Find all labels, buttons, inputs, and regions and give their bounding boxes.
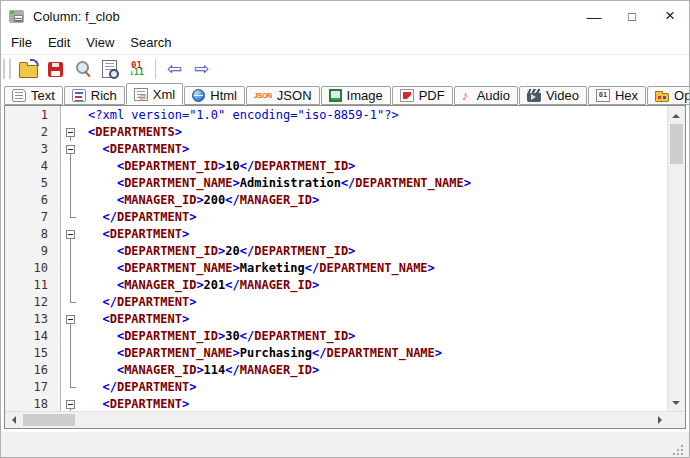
minimize-button[interactable]: — bbox=[575, 1, 613, 31]
save-button[interactable] bbox=[43, 57, 68, 81]
code-line[interactable]: <DEPARTMENT_NAME>Marketing</DEPARTMENT_N… bbox=[88, 260, 667, 277]
code-line[interactable]: <DEPARTMENT> bbox=[88, 396, 667, 411]
line-number: 18 bbox=[5, 396, 60, 411]
menu-file[interactable]: File bbox=[3, 33, 40, 52]
xml-bracket: < bbox=[88, 142, 110, 156]
tab-image[interactable]: Image bbox=[321, 86, 391, 105]
music-note-icon: ♪ bbox=[462, 89, 472, 102]
close-button[interactable]: × bbox=[651, 1, 689, 31]
film-clapper-icon bbox=[527, 89, 541, 102]
xml-bracket: < bbox=[88, 363, 124, 377]
code-line[interactable]: <DEPARTMENT_ID>20</DEPARTMENT_ID> bbox=[88, 243, 667, 260]
tab-text[interactable]: Text bbox=[4, 86, 63, 105]
xml-bracket: > bbox=[182, 312, 189, 326]
menu-edit[interactable]: Edit bbox=[40, 33, 78, 52]
window-controls: — □ × bbox=[575, 1, 689, 31]
code-line[interactable]: <DEPARTMENT_ID>30</DEPARTMENT_ID> bbox=[88, 328, 667, 345]
code-area[interactable]: <?xml version="1.0" encoding="iso-8859-1… bbox=[82, 106, 667, 411]
xml-bracket: </ bbox=[240, 159, 254, 173]
xml-tag-name: DEPARTMENT bbox=[110, 227, 182, 241]
code-line[interactable]: <?xml version="1.0" encoding="iso-8859-1… bbox=[88, 107, 667, 124]
folder-apps-icon bbox=[655, 93, 669, 102]
xml-tag-name: DEPARTMENTS bbox=[95, 125, 174, 139]
xml-bracket: > bbox=[233, 176, 240, 190]
goto-position-button[interactable]: 01↓11 bbox=[124, 57, 149, 81]
vertical-scrollbar[interactable] bbox=[667, 106, 685, 411]
fold-collapse-toggle[interactable] bbox=[61, 226, 82, 243]
xml-bracket: > bbox=[182, 397, 189, 411]
xml-bracket: > bbox=[428, 261, 435, 275]
fold-mark bbox=[61, 294, 82, 311]
xml-bracket: > bbox=[189, 380, 196, 394]
code-line[interactable]: </DEPARTMENT> bbox=[88, 379, 667, 396]
scroll-up-icon[interactable] bbox=[668, 106, 685, 123]
blob-viewer-window: Column: f_clob — □ × FileEditViewSearch … bbox=[0, 0, 690, 458]
xml-tag-name: DEPARTMENT bbox=[110, 397, 182, 411]
line-number: 1 bbox=[5, 107, 60, 124]
line-number: 11 bbox=[5, 277, 60, 294]
xml-tag-name: DEPARTMENT_NAME bbox=[326, 346, 434, 360]
fold-margin[interactable] bbox=[61, 106, 82, 411]
xml-bracket: < bbox=[88, 346, 124, 360]
tab-xml[interactable]: Xml bbox=[126, 83, 183, 105]
fold-collapse-toggle[interactable] bbox=[61, 124, 82, 141]
scroll-right-icon[interactable] bbox=[651, 412, 668, 428]
toolbar: 01↓11⇦⇨ bbox=[1, 54, 689, 83]
tab-open-with[interactable]: Open With bbox=[647, 86, 690, 105]
tab-hex[interactable]: 01Hex bbox=[588, 86, 646, 105]
menu-search[interactable]: Search bbox=[122, 33, 179, 52]
tab-video[interactable]: Video bbox=[519, 86, 587, 105]
document-magnifier-icon bbox=[102, 60, 117, 78]
code-line[interactable]: <MANAGER_ID>114</MANAGER_ID> bbox=[88, 362, 667, 379]
xml-tag-name: DEPARTMENT bbox=[110, 312, 182, 326]
tab-rich[interactable]: Rich bbox=[64, 86, 125, 105]
horizontal-scroll-thumb[interactable] bbox=[23, 414, 75, 426]
code-line[interactable]: </DEPARTMENT> bbox=[88, 209, 667, 226]
xml-bracket: </ bbox=[312, 346, 326, 360]
fold-mark bbox=[61, 379, 82, 396]
fold-collapse-toggle[interactable] bbox=[61, 396, 82, 411]
xml-text-value: 10 bbox=[225, 159, 239, 173]
maximize-button[interactable]: □ bbox=[613, 1, 651, 31]
fold-mark bbox=[61, 277, 82, 294]
scroll-left-icon[interactable] bbox=[5, 412, 22, 428]
vertical-scroll-thumb[interactable] bbox=[670, 124, 683, 164]
resize-grip[interactable] bbox=[681, 453, 683, 455]
line-number: 10 bbox=[5, 260, 60, 277]
xml-bracket: > bbox=[435, 346, 442, 360]
code-line[interactable]: <MANAGER_ID>201</MANAGER_ID> bbox=[88, 277, 667, 294]
zoom-button[interactable] bbox=[70, 57, 95, 81]
tab-html[interactable]: Html bbox=[184, 86, 245, 105]
print-preview-button[interactable] bbox=[97, 57, 122, 81]
xml-bracket: > bbox=[182, 142, 189, 156]
code-line[interactable]: <DEPARTMENT> bbox=[88, 141, 667, 158]
code-line[interactable]: <MANAGER_ID>200</MANAGER_ID> bbox=[88, 192, 667, 209]
code-line[interactable]: <DEPARTMENTS> bbox=[88, 124, 667, 141]
code-line[interactable]: </DEPARTMENT> bbox=[88, 294, 667, 311]
code-line[interactable]: <DEPARTMENT_ID>10</DEPARTMENT_ID> bbox=[88, 158, 667, 175]
forward-button[interactable]: ⇨ bbox=[189, 57, 214, 81]
menu-bar: FileEditViewSearch bbox=[1, 31, 689, 54]
fold-collapse-toggle[interactable] bbox=[61, 141, 82, 158]
tab-pdf[interactable]: PDF bbox=[392, 86, 453, 105]
xml-bracket: > bbox=[189, 295, 196, 309]
xml-bracket: > bbox=[348, 244, 355, 258]
tab-audio[interactable]: ♪Audio bbox=[454, 86, 518, 105]
xml-tag-name: DEPARTMENT bbox=[117, 295, 189, 309]
code-line[interactable]: <DEPARTMENT_NAME>Purchasing</DEPARTMENT_… bbox=[88, 345, 667, 362]
code-line[interactable]: <DEPARTMENT> bbox=[88, 311, 667, 328]
scroll-down-icon[interactable] bbox=[668, 394, 685, 411]
fold-collapse-toggle[interactable] bbox=[61, 311, 82, 328]
line-number: 2 bbox=[5, 124, 60, 141]
horizontal-scrollbar[interactable] bbox=[5, 412, 668, 428]
toolbar-grip[interactable] bbox=[3, 59, 6, 79]
code-line[interactable]: <DEPARTMENT> bbox=[88, 226, 667, 243]
back-button[interactable]: ⇦ bbox=[162, 57, 187, 81]
json-text-icon: JSON bbox=[254, 89, 272, 102]
menu-view[interactable]: View bbox=[78, 33, 122, 52]
tab-json[interactable]: JSONJSON bbox=[246, 86, 320, 105]
code-line[interactable]: <DEPARTMENT_NAME>Administration</DEPARTM… bbox=[88, 175, 667, 192]
open-file-button[interactable] bbox=[16, 57, 41, 81]
xml-bracket: > bbox=[189, 210, 196, 224]
toolbar-grip-2[interactable] bbox=[9, 59, 12, 79]
